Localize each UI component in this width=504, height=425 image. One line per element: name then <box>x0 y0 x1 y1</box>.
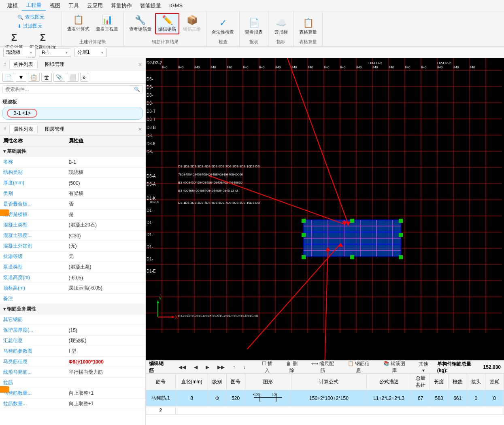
table-calc-btn[interactable]: 📋 表格算量 <box>296 16 320 37</box>
svg-text:840: 840 <box>308 66 313 69</box>
insert-btn[interactable]: ☐ 插入 <box>256 359 279 375</box>
svg-text:B3 40040840040840840840840840 : B3 40040840040840840840840840 L3 I3- <box>178 189 239 192</box>
menu-cloud[interactable]: 云应用 <box>83 1 107 10</box>
expand-btn[interactable]: » <box>80 73 88 82</box>
prop-cover-thick: 保护层厚度(...(15) <box>0 325 145 336</box>
canvas-area[interactable]: D2-D2-2 D3- D3- D3- D3- D3-T D3-T D3-B D… <box>146 58 504 360</box>
rebar-lib-btn[interactable]: 📚 钢筋图库 <box>377 359 411 375</box>
copy-component-btn[interactable]: 📋 <box>28 73 40 82</box>
component-tree: 现浇板 B-1 <1> <box>0 95 145 122</box>
nav-last-btn[interactable]: ▶▶ <box>214 363 228 371</box>
scale-btn[interactable]: ⟺ 缩尺配筋 <box>305 359 340 375</box>
cloud-index-btn[interactable]: ☁️ 云指标 <box>271 16 291 37</box>
menu-smart[interactable]: 智能提量 <box>136 1 165 10</box>
menu-tools[interactable]: 工具 <box>64 1 83 10</box>
rebar-view-icon: 🔧 <box>135 15 146 25</box>
new-component-btn[interactable]: 📄 <box>2 73 14 82</box>
tab-attributes[interactable]: 属性列表 <box>9 124 38 134</box>
view-quantity-btn[interactable]: 📊 查看工程量 <box>93 13 121 34</box>
free-trial-badge-top[interactable]: 免费体验 <box>0 209 9 216</box>
cell-row2-id: 2 <box>146 406 176 415</box>
filter-element-btn[interactable]: ⬇ 过滤图元 <box>15 22 45 30</box>
nav-prev-btn[interactable]: ◀ <box>190 363 201 371</box>
total-weight-value: 152.030 <box>483 364 501 370</box>
menu-engineering[interactable]: 工程量 <box>22 1 46 11</box>
free-trial-badge-bottom[interactable]: 免费体验 <box>0 386 9 393</box>
delete-component-btn[interactable]: 🗑 <box>41 73 52 82</box>
svg-text:840: 840 <box>389 66 394 69</box>
more-component-btn[interactable]: ⬜ <box>67 73 79 82</box>
rebar-row-2[interactable]: 2 <box>146 406 504 415</box>
rebar-3d-btn[interactable]: 📦 钢筋三维 <box>180 13 204 34</box>
cell-shape: +150 100 <box>245 390 291 406</box>
nav-up-btn[interactable]: ↑ <box>229 363 239 371</box>
tab-component-list[interactable]: 构件列表 <box>9 59 38 70</box>
svg-text:840: 840 <box>211 66 216 69</box>
search-component-input[interactable] <box>5 87 134 92</box>
panel-close-btn[interactable]: ✕ <box>138 62 142 68</box>
prop-pump-type: 泵送类型(混凝土泵) <box>0 262 145 273</box>
legal-check-btn[interactable]: ✓ 合法性检查 <box>209 16 237 37</box>
svg-text:840: 840 <box>178 66 184 69</box>
search-component-box: 🔍 <box>2 85 143 93</box>
menu-build[interactable]: 建模 <box>3 1 22 10</box>
menu-collab[interactable]: 算量协作 <box>107 1 136 10</box>
svg-text:D1-D3-2D3-3D3-4D3-5D3-6D3-7D3-: D1-D3-2D3-3D3-4D3-5D3-6D3-7D3-8D3-9D3-10… <box>178 314 258 318</box>
view-report-btn[interactable]: 📄 查看报表 <box>242 16 266 37</box>
prop-category: 类别有梁板 <box>0 188 145 199</box>
svg-text:840: 840 <box>259 66 265 69</box>
rebar-table-container[interactable]: 筋号 直径(mm) 级别 图号 图形 计算公式 公式描述 总量 共计 长度 根数… <box>146 373 504 425</box>
edit-rebar-btn[interactable]: ✏️ 编辑钢筋 <box>155 13 179 34</box>
svg-rect-95 <box>399 233 403 237</box>
tab-layers[interactable]: 图层管理 <box>41 125 68 134</box>
properties-close-btn[interactable]: ✕ <box>138 127 142 132</box>
prop-composite: 是否叠合板...否 <box>0 199 145 209</box>
prop-bracket-info: 马凳筋信息 Φ8@1000*1000 <box>0 357 145 367</box>
rebar-row-1[interactable]: 马凳筋.1 8 Φ 520 <box>146 390 504 406</box>
tree-item-b1[interactable]: B-1 <1> <box>2 107 143 120</box>
sigma2-icon: Σ <box>40 32 46 43</box>
menu-igms[interactable]: IGMS <box>165 2 187 9</box>
component-list-section: ⠿ 构件列表 图纸管理 ✕ 📄 ▼ 📋 🗑 📎 ⬜ » 🔍 现浇板 <box>0 58 145 122</box>
nav-first-btn[interactable]: ◀◀ <box>175 363 189 371</box>
prop-additive: 混凝土外加剂(无) <box>0 241 145 252</box>
svg-text:D3-: D3- <box>147 93 153 97</box>
view-rebar-btn[interactable]: 🔧 查看钢筋量 <box>126 13 154 34</box>
nav-down-btn[interactable]: ↓ <box>240 363 249 371</box>
tool-buttons: ☐ 插入 🗑 删除 ⟺ 缩尺配筋 📋 钢筋信息 📚 钢筋图库 其他 ▾ <box>256 359 434 375</box>
search-icon: 🔍 <box>17 15 23 20</box>
plate-select[interactable]: 现浇板 <box>3 48 36 57</box>
view-formula-btn[interactable]: 📋 查看计算式 <box>64 13 92 34</box>
svg-text:840: 840 <box>453 66 459 69</box>
svg-text:840: 840 <box>340 66 346 69</box>
svg-text:D3-1D3-2D3-3D3-4D3-5D3-6D3-7D3: D3-1D3-2D3-3D3-4D3-5D3-6D3-7D3-8D3-9D3-1… <box>178 165 260 168</box>
right-area: D2-D2-2 D3- D3- D3- D3- D3-T D3-T D3-B D… <box>146 58 504 425</box>
cell-formula-desc: L1+2*L2+2*L3 <box>366 390 411 406</box>
nav-next-btn[interactable]: ▶ <box>202 363 213 371</box>
cell-grade: Φ <box>208 390 227 406</box>
find-element-btn[interactable]: 🔍 查找图元 <box>15 13 47 21</box>
prop-top-elev: 顶标高(m)层顶示高(-6.05) <box>0 283 145 294</box>
menu-view[interactable]: 视图 <box>46 1 64 10</box>
left-panel: ⠿ 构件列表 图纸管理 ✕ 📄 ▼ 📋 🗑 📎 ⬜ » 🔍 现浇板 <box>0 58 146 425</box>
prop-seepage: 抗渗等级无 <box>0 252 145 262</box>
b1-select[interactable]: B-1 <box>39 49 71 57</box>
properties-panel: ⠿ 属性列表 图层管理 ✕ 属性名称 属性值 ▾ 基础属性 名称B- <box>0 122 145 425</box>
svg-text:D2-D2-2: D2-D2-2 <box>437 61 451 65</box>
component-list-header: ⠿ 构件列表 图纸管理 ✕ <box>0 58 145 71</box>
svg-text:840: 840 <box>162 66 168 69</box>
cell-length: 583 <box>430 390 449 406</box>
drag-handle-icon: ⠿ <box>3 62 6 67</box>
svg-text:D2-D2-2: D2-D2-2 <box>147 61 162 65</box>
properties-body: ▾ 基础属性 名称B-1 结构类别现浇板 厚度(mm)(500) 类别有梁板 是… <box>0 146 145 409</box>
svg-text:D3-A: D3-A <box>147 174 156 178</box>
layer-select[interactable]: 分层1 <box>74 48 107 57</box>
dropdown-component-btn[interactable]: ▼ <box>16 73 26 82</box>
toolbar-group-index: ☁️ 云指标 指标 <box>268 11 294 47</box>
rebar-info-btn[interactable]: 📋 钢筋信息 <box>342 359 376 375</box>
th-diameter: 直径(mm) <box>175 374 208 390</box>
tab-drawing-mgmt[interactable]: 图纸管理 <box>41 60 68 69</box>
delete-btn[interactable]: 🗑 删除 <box>280 359 303 375</box>
other-btn[interactable]: 其他 ▾ <box>413 359 434 375</box>
paste-component-btn[interactable]: 📎 <box>53 73 65 82</box>
